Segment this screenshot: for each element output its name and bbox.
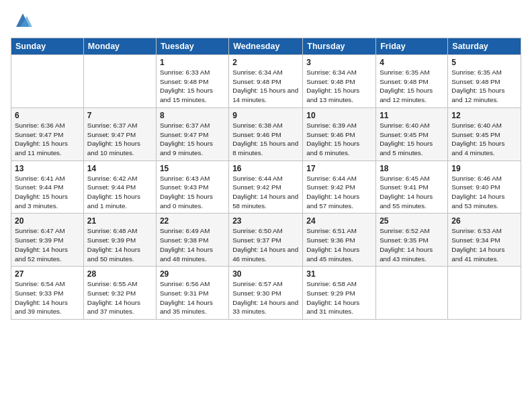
day-number: 17	[306, 164, 372, 173]
day-number: 23	[232, 216, 299, 226]
day-info: Sunrise: 6:52 AM Sunset: 9:35 PM Dayligh…	[380, 226, 444, 263]
calendar-cell: 28Sunrise: 6:55 AM Sunset: 9:32 PM Dayli…	[83, 267, 156, 320]
day-info: Sunrise: 6:57 AM Sunset: 9:30 PM Dayligh…	[232, 279, 299, 316]
day-number: 2	[232, 58, 299, 67]
day-number: 8	[160, 111, 225, 120]
calendar-week-row: 13Sunrise: 6:41 AM Sunset: 9:44 PM Dayli…	[11, 161, 521, 214]
day-of-week-header: Saturday	[448, 38, 521, 55]
calendar-cell	[11, 55, 84, 108]
day-number: 24	[306, 216, 372, 226]
calendar-cell: 5Sunrise: 6:35 AM Sunset: 9:48 PM Daylig…	[448, 55, 521, 108]
calendar-cell	[83, 55, 156, 108]
day-info: Sunrise: 6:33 AM Sunset: 9:48 PM Dayligh…	[160, 68, 225, 105]
calendar-week-row: 6Sunrise: 6:36 AM Sunset: 9:47 PM Daylig…	[11, 107, 521, 161]
day-info: Sunrise: 6:36 AM Sunset: 9:47 PM Dayligh…	[15, 121, 80, 158]
day-info: Sunrise: 6:46 AM Sunset: 9:40 PM Dayligh…	[451, 174, 517, 211]
calendar-cell: 16Sunrise: 6:44 AM Sunset: 9:42 PM Dayli…	[229, 161, 303, 214]
calendar-cell: 11Sunrise: 6:40 AM Sunset: 9:45 PM Dayli…	[376, 107, 448, 161]
day-info: Sunrise: 6:34 AM Sunset: 9:48 PM Dayligh…	[306, 68, 372, 105]
day-of-week-header: Wednesday	[229, 38, 303, 55]
day-number: 22	[160, 216, 225, 226]
day-info: Sunrise: 6:40 AM Sunset: 9:45 PM Dayligh…	[380, 121, 444, 158]
day-number: 16	[232, 164, 299, 173]
calendar-cell: 7Sunrise: 6:37 AM Sunset: 9:47 PM Daylig…	[83, 107, 156, 161]
day-info: Sunrise: 6:35 AM Sunset: 9:48 PM Dayligh…	[451, 68, 517, 105]
day-number: 5	[451, 58, 517, 67]
calendar-cell: 15Sunrise: 6:43 AM Sunset: 9:43 PM Dayli…	[156, 161, 228, 214]
calendar-cell: 12Sunrise: 6:40 AM Sunset: 9:45 PM Dayli…	[448, 107, 521, 161]
day-number: 18	[380, 164, 444, 173]
day-info: Sunrise: 6:43 AM Sunset: 9:43 PM Dayligh…	[160, 174, 225, 211]
calendar-cell: 13Sunrise: 6:41 AM Sunset: 9:44 PM Dayli…	[11, 161, 84, 214]
calendar-cell: 14Sunrise: 6:42 AM Sunset: 9:44 PM Dayli…	[83, 161, 156, 214]
calendar-cell: 29Sunrise: 6:56 AM Sunset: 9:31 PM Dayli…	[156, 267, 228, 320]
calendar-cell: 21Sunrise: 6:48 AM Sunset: 9:39 PM Dayli…	[83, 214, 156, 267]
day-number: 12	[451, 111, 517, 120]
calendar-cell: 23Sunrise: 6:50 AM Sunset: 9:37 PM Dayli…	[229, 214, 303, 267]
calendar-cell: 17Sunrise: 6:44 AM Sunset: 9:42 PM Dayli…	[303, 161, 376, 214]
day-info: Sunrise: 6:40 AM Sunset: 9:45 PM Dayligh…	[451, 121, 517, 158]
calendar-cell: 10Sunrise: 6:39 AM Sunset: 9:46 PM Dayli…	[303, 107, 376, 161]
calendar-cell: 31Sunrise: 6:58 AM Sunset: 9:29 PM Dayli…	[303, 267, 376, 320]
day-info: Sunrise: 6:54 AM Sunset: 9:33 PM Dayligh…	[15, 279, 80, 316]
day-info: Sunrise: 6:35 AM Sunset: 9:48 PM Dayligh…	[380, 68, 444, 105]
day-info: Sunrise: 6:53 AM Sunset: 9:34 PM Dayligh…	[451, 226, 517, 263]
calendar-cell: 24Sunrise: 6:51 AM Sunset: 9:36 PM Dayli…	[303, 214, 376, 267]
day-number: 1	[160, 58, 225, 67]
day-info: Sunrise: 6:50 AM Sunset: 9:37 PM Dayligh…	[232, 226, 299, 263]
header-row: SundayMondayTuesdayWednesdayThursdayFrid…	[11, 38, 521, 55]
calendar-cell: 8Sunrise: 6:37 AM Sunset: 9:47 PM Daylig…	[156, 107, 228, 161]
day-number: 25	[380, 216, 444, 226]
day-number: 10	[306, 111, 372, 120]
day-number: 28	[87, 269, 152, 279]
day-info: Sunrise: 6:58 AM Sunset: 9:29 PM Dayligh…	[306, 279, 372, 316]
calendar-cell: 26Sunrise: 6:53 AM Sunset: 9:34 PM Dayli…	[448, 214, 521, 267]
day-number: 3	[306, 58, 372, 67]
day-info: Sunrise: 6:37 AM Sunset: 9:47 PM Dayligh…	[87, 121, 152, 158]
day-number: 15	[160, 164, 225, 173]
day-info: Sunrise: 6:48 AM Sunset: 9:39 PM Dayligh…	[87, 226, 152, 263]
day-info: Sunrise: 6:47 AM Sunset: 9:39 PM Dayligh…	[15, 226, 80, 263]
day-of-week-header: Tuesday	[156, 38, 228, 55]
calendar-cell: 4Sunrise: 6:35 AM Sunset: 9:48 PM Daylig…	[376, 55, 448, 108]
calendar-cell: 9Sunrise: 6:38 AM Sunset: 9:46 PM Daylig…	[229, 107, 303, 161]
day-info: Sunrise: 6:51 AM Sunset: 9:36 PM Dayligh…	[306, 226, 372, 263]
day-number: 9	[232, 111, 299, 120]
day-number: 19	[451, 164, 517, 173]
header	[11, 11, 521, 30]
calendar: SundayMondayTuesdayWednesdayThursdayFrid…	[11, 38, 521, 320]
day-info: Sunrise: 6:37 AM Sunset: 9:47 PM Dayligh…	[160, 121, 225, 158]
day-of-week-header: Friday	[376, 38, 448, 55]
day-info: Sunrise: 6:45 AM Sunset: 9:41 PM Dayligh…	[380, 174, 444, 211]
day-of-week-header: Sunday	[11, 38, 84, 55]
day-info: Sunrise: 6:55 AM Sunset: 9:32 PM Dayligh…	[87, 279, 152, 316]
calendar-week-row: 1Sunrise: 6:33 AM Sunset: 9:48 PM Daylig…	[11, 55, 521, 108]
day-info: Sunrise: 6:34 AM Sunset: 9:48 PM Dayligh…	[232, 68, 299, 105]
day-info: Sunrise: 6:49 AM Sunset: 9:38 PM Dayligh…	[160, 226, 225, 263]
calendar-week-row: 20Sunrise: 6:47 AM Sunset: 9:39 PM Dayli…	[11, 214, 521, 267]
logo-icon	[13, 11, 32, 30]
day-info: Sunrise: 6:56 AM Sunset: 9:31 PM Dayligh…	[160, 279, 225, 316]
day-info: Sunrise: 6:44 AM Sunset: 9:42 PM Dayligh…	[306, 174, 372, 211]
calendar-cell: 6Sunrise: 6:36 AM Sunset: 9:47 PM Daylig…	[11, 107, 84, 161]
calendar-cell	[448, 267, 521, 320]
day-number: 14	[87, 164, 152, 173]
day-info: Sunrise: 6:44 AM Sunset: 9:42 PM Dayligh…	[232, 174, 299, 211]
day-number: 20	[15, 216, 80, 226]
day-number: 21	[87, 216, 152, 226]
day-of-week-header: Monday	[83, 38, 156, 55]
day-number: 26	[451, 216, 517, 226]
day-number: 27	[15, 269, 80, 279]
calendar-cell: 30Sunrise: 6:57 AM Sunset: 9:30 PM Dayli…	[229, 267, 303, 320]
day-info: Sunrise: 6:39 AM Sunset: 9:46 PM Dayligh…	[306, 121, 372, 158]
calendar-cell: 19Sunrise: 6:46 AM Sunset: 9:40 PM Dayli…	[448, 161, 521, 214]
calendar-cell	[376, 267, 448, 320]
day-number: 13	[15, 164, 80, 173]
calendar-cell: 20Sunrise: 6:47 AM Sunset: 9:39 PM Dayli…	[11, 214, 84, 267]
calendar-cell: 25Sunrise: 6:52 AM Sunset: 9:35 PM Dayli…	[376, 214, 448, 267]
day-number: 30	[232, 269, 299, 279]
calendar-cell: 27Sunrise: 6:54 AM Sunset: 9:33 PM Dayli…	[11, 267, 84, 320]
calendar-cell: 2Sunrise: 6:34 AM Sunset: 9:48 PM Daylig…	[229, 55, 303, 108]
day-number: 29	[160, 269, 225, 279]
calendar-cell: 1Sunrise: 6:33 AM Sunset: 9:48 PM Daylig…	[156, 55, 228, 108]
